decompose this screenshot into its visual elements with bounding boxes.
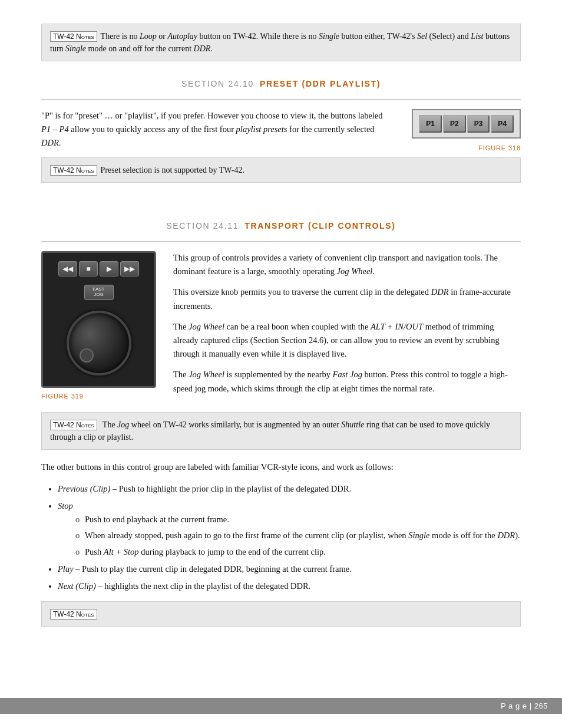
bullet-stop: Stop Push to end playback at the current… <box>58 499 521 559</box>
bullet-play: Play – Push to play the current clip in … <box>58 562 521 576</box>
figure-318-caption: FIGURE 318 <box>478 144 521 151</box>
transport-section: ◀◀ ■ ▶ ▶▶ FASTJOG FIGURE 319 This group … <box>41 251 521 403</box>
note3-text: The Jog wheel on TW-42 works similarly, … <box>50 420 490 442</box>
note-box-4: TW-42 Notes <box>41 601 521 627</box>
stop-sub1: Push to end playback at the current fram… <box>73 513 521 526</box>
preset-body: "P" is for "preset" … or "playlist", if … <box>41 109 389 150</box>
jog-wheel <box>67 311 131 375</box>
preset-btn-p4: P4 <box>491 115 514 133</box>
note-label-2: TW-42 Notes <box>50 165 97 176</box>
section-24-11-heading: Section 24.11 Transport (Clip Controls) <box>41 221 521 230</box>
stop-sub3: Push Alt + Stop during playback to jump … <box>73 545 521 559</box>
transport-text: This group of controls provides a variet… <box>173 251 521 403</box>
note2-text: Preset selection is not supported by TW-… <box>101 166 244 174</box>
stop-sub2: When already stopped, push again to go t… <box>73 529 521 542</box>
note-box-1: TW-42 NotesThere is no Loop or Autoplay … <box>41 24 521 61</box>
preset-btn-p1: P1 <box>419 115 442 133</box>
section-24-10-heading: Section 24.10 Preset (DDR Playlist) <box>41 79 521 88</box>
note1-text-part1: There is no Loop or Autoplay button on T… <box>50 32 510 53</box>
jog-wheel-area <box>50 306 147 378</box>
section-24-10-num: Section 24.10 <box>181 79 254 88</box>
body-text-1: The other buttons in this control group … <box>41 460 521 474</box>
transport-para3: The Jog Wheel can be a real boon when co… <box>173 320 521 361</box>
figure-319-caption: FIGURE 319 <box>41 393 84 400</box>
page-footer: P a g e | 265 <box>0 698 562 714</box>
preset-buttons-image: P1 P2 P3 P4 <box>412 109 521 139</box>
note-label-4: TW-42 Notes <box>50 609 97 620</box>
transport-btn-prev: ◀◀ <box>58 261 77 276</box>
section-24-11-title: Transport (Clip Controls) <box>244 221 395 230</box>
page-number: P a g e | 265 <box>501 701 548 710</box>
bullet-next: Next (Clip) – highlights the next clip i… <box>58 579 521 593</box>
note-label-3: TW-42 Notes <box>50 420 97 430</box>
preset-btn-p3: P3 <box>467 115 490 133</box>
bullet-previous: Previous (Clip) – Push to highlight the … <box>58 482 521 496</box>
transport-buttons-row: ◀◀ ■ ▶ ▶▶ <box>50 261 147 276</box>
preset-btn-p2: P2 <box>443 115 466 133</box>
note-box-2: TW-42 NotesPreset selection is not suppo… <box>41 157 521 183</box>
transport-para1: This group of controls provides a variet… <box>173 251 521 278</box>
section-24-11-num: Section 24.11 <box>166 221 239 230</box>
transport-btn-next: ▶▶ <box>120 261 139 276</box>
fast-jog-button: FASTJOG <box>84 285 114 300</box>
preset-image-area: P1 P2 P3 P4 FIGURE 318 <box>403 109 521 151</box>
section-divider-2 <box>41 241 521 242</box>
transport-btn-play: ▶ <box>100 261 118 276</box>
stop-sublist: Push to end playback at the current fram… <box>73 513 521 559</box>
note-label-1: TW-42 Notes <box>50 31 97 42</box>
transport-image-area: ◀◀ ■ ▶ ▶▶ FASTJOG FIGURE 319 <box>41 251 159 403</box>
section-24-10-title: Preset (DDR Playlist) <box>260 79 381 88</box>
section-divider-1 <box>41 99 521 100</box>
bullet-list: Previous (Clip) – Push to highlight the … <box>58 482 521 593</box>
transport-btn-stop: ■ <box>79 261 98 276</box>
preset-text: "P" is for "preset" … or "playlist", if … <box>41 109 389 151</box>
transport-para4: The Jog Wheel is supplemented by the nea… <box>173 368 521 395</box>
preset-section: "P" is for "preset" … or "playlist", if … <box>41 109 521 151</box>
note-box-3: TW-42 Notes The Jog wheel on TW-42 works… <box>41 412 521 450</box>
transport-device-image: ◀◀ ■ ▶ ▶▶ FASTJOG <box>41 251 156 388</box>
transport-para2: This oversize knob permits you to traver… <box>173 285 521 312</box>
